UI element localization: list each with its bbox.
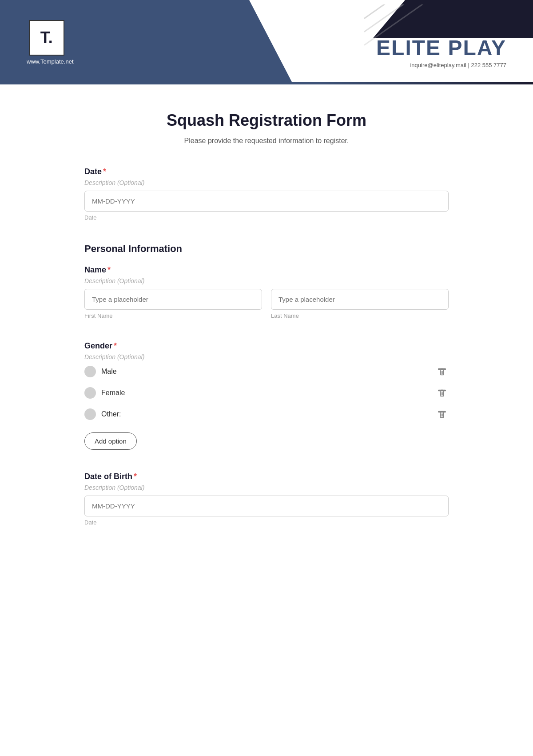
date-description: Description (Optional) — [84, 179, 449, 186]
gender-female-label: Female — [101, 389, 125, 397]
personal-info-heading: Personal Information — [84, 243, 449, 255]
name-section: Name* Description (Optional) First Name … — [84, 265, 449, 319]
date-section: Date* Description (Optional) Date — [84, 167, 449, 221]
gender-section: Gender* Description (Optional) Male — [84, 341, 449, 450]
header-bottom-line — [0, 82, 533, 84]
first-name-field: First Name — [84, 289, 262, 319]
header-left-bg: T. www.Template.net — [0, 0, 293, 84]
add-option-label: Add option — [95, 437, 127, 445]
gender-label: Gender* — [84, 341, 449, 351]
last-name-hint: Last Name — [271, 312, 449, 319]
name-description: Description (Optional) — [84, 277, 449, 284]
gender-option-male: Male — [84, 365, 449, 378]
logo-letter: T. — [40, 30, 53, 46]
date-input[interactable] — [84, 191, 449, 212]
name-fields-row: First Name Last Name — [84, 289, 449, 319]
dob-section: Date of Birth* Description (Optional) Da… — [84, 472, 449, 526]
form-title: Squash Registration Form — [84, 111, 449, 130]
brand-contact: inquire@eliteplay.mail | 222 555 7777 — [376, 62, 506, 68]
date-label: Date* — [84, 167, 449, 176]
personal-info-section: Personal Information Name* Description (… — [84, 243, 449, 450]
logo-container: T. www.Template.net — [27, 20, 74, 65]
date-hint: Date — [84, 214, 449, 221]
gender-other-label: Other: — [101, 410, 121, 418]
last-name-field: Last Name — [271, 289, 449, 319]
delete-male-button[interactable] — [435, 365, 449, 378]
dob-hint: Date — [84, 519, 449, 526]
dob-required-star: * — [134, 472, 137, 481]
radio-female[interactable] — [84, 387, 96, 399]
svg-rect-3 — [438, 369, 446, 370]
gender-male-label: Male — [101, 368, 117, 376]
radio-other[interactable] — [84, 408, 96, 420]
gender-description: Description (Optional) — [84, 353, 449, 360]
brand-section: ELITE PLAY inquire@eliteplay.mail | 222 … — [376, 36, 506, 68]
brand-name: ELITE PLAY — [376, 36, 506, 60]
gender-required-star: * — [114, 341, 117, 350]
dob-label: Date of Birth* — [84, 472, 449, 481]
main-content: Squash Registration Form Please provide … — [67, 84, 466, 584]
add-option-button[interactable]: Add option — [84, 432, 137, 450]
last-name-input[interactable] — [271, 289, 449, 310]
first-name-input[interactable] — [84, 289, 262, 310]
form-subtitle: Please provide the requested information… — [84, 137, 449, 145]
radio-male[interactable] — [84, 366, 96, 377]
delete-other-button[interactable] — [435, 408, 449, 421]
name-required-star: * — [107, 265, 111, 274]
gender-option-other: Other: — [84, 408, 449, 421]
name-label: Name* — [84, 265, 449, 275]
delete-female-button[interactable] — [435, 386, 449, 400]
logo-box: T. — [29, 20, 64, 56]
first-name-hint: First Name — [84, 312, 262, 319]
gender-option-female: Female — [84, 386, 449, 400]
dob-description: Description (Optional) — [84, 484, 449, 491]
date-required-star: * — [103, 167, 106, 176]
dob-input[interactable] — [84, 496, 449, 516]
page-header: T. www.Template.net ELITE PLAY inquire@e… — [0, 0, 533, 84]
logo-url: www.Template.net — [27, 58, 74, 65]
